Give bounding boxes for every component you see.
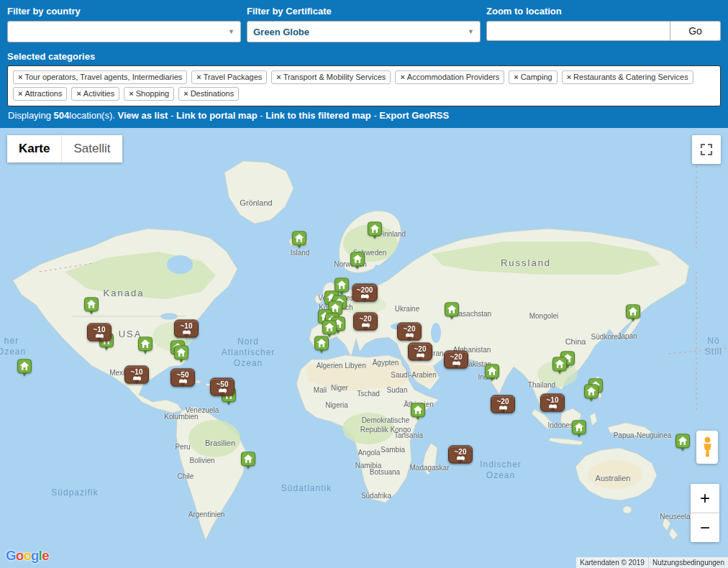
map-canvas[interactable]: GrönlandIslandNorwegenSchwedenFinnlandRu… bbox=[0, 128, 728, 568]
house-marker[interactable] bbox=[84, 297, 99, 314]
map-label: Botsuana bbox=[370, 468, 400, 477]
map-label: Venezuela bbox=[186, 406, 219, 416]
remove-chip-icon[interactable]: × bbox=[18, 89, 22, 98]
street-view-pegman[interactable] bbox=[696, 431, 718, 464]
category-chip[interactable]: ×Attractions bbox=[13, 87, 67, 101]
house-marker[interactable] bbox=[241, 452, 255, 469]
status-link[interactable]: Link to this filtered map bbox=[265, 110, 371, 121]
cluster-marker[interactable]: ~50 bbox=[210, 378, 235, 396]
cluster-marker[interactable]: ~20 bbox=[491, 395, 515, 413]
map-label: Südatlantik bbox=[281, 483, 332, 494]
map-label: Algerien bbox=[317, 362, 343, 371]
category-chip[interactable]: ×Travel Packages bbox=[191, 70, 267, 84]
zoom-location-input[interactable] bbox=[486, 21, 670, 41]
zoom-control: + − bbox=[691, 484, 719, 542]
map-type-satellite-button[interactable]: Satellit bbox=[61, 135, 122, 162]
cluster-marker[interactable]: ~200 bbox=[352, 284, 378, 302]
fullscreen-button[interactable] bbox=[692, 135, 721, 164]
house-marker[interactable] bbox=[322, 320, 337, 337]
cluster-dots-icon bbox=[178, 331, 194, 335]
house-marker[interactable] bbox=[17, 359, 32, 376]
cluster-marker[interactable]: ~20 bbox=[353, 313, 378, 331]
map-label: Demokratische Republik Kongo bbox=[360, 416, 411, 434]
map-label: Finnland bbox=[378, 230, 406, 239]
chevron-down-icon: ▼ bbox=[228, 28, 235, 35]
map-label: Südkorea bbox=[591, 333, 622, 342]
google-logo[interactable]: Google bbox=[6, 548, 48, 564]
map-label: Saudi-Arabien bbox=[391, 371, 436, 380]
remove-chip-icon[interactable]: × bbox=[400, 73, 404, 81]
map-label: Chile bbox=[178, 472, 194, 482]
cluster-marker[interactable]: ~10 bbox=[540, 394, 565, 412]
cluster-count-label: ~20 bbox=[412, 345, 428, 353]
status-link[interactable]: View as list bbox=[118, 110, 168, 121]
remove-chip-icon[interactable]: × bbox=[129, 89, 133, 98]
status-link[interactable]: Export GeoRSS bbox=[379, 110, 449, 121]
house-marker[interactable] bbox=[292, 231, 306, 248]
cluster-dots-icon bbox=[452, 457, 468, 461]
map-label: Grönland bbox=[240, 198, 272, 209]
map-label: Island bbox=[291, 249, 310, 258]
map-label: Japan bbox=[617, 332, 637, 342]
cluster-count-label: ~10 bbox=[545, 396, 560, 404]
map-label: China bbox=[565, 337, 586, 347]
map-label: Libyen bbox=[345, 362, 365, 371]
chevron-down-icon: ▼ bbox=[468, 28, 474, 35]
category-chip[interactable]: ×Camping bbox=[509, 70, 557, 84]
house-marker[interactable] bbox=[138, 336, 153, 354]
cluster-marker[interactable]: ~20 bbox=[408, 343, 432, 361]
go-button[interactable]: Go bbox=[670, 21, 721, 41]
map-label: Sudan bbox=[387, 386, 408, 395]
category-chip[interactable]: ×Accommodation Providers bbox=[395, 70, 504, 84]
house-marker[interactable] bbox=[174, 345, 188, 362]
certificate-select[interactable]: Green Globe ▼ bbox=[247, 21, 481, 42]
map-type-control: Karte Satellit bbox=[7, 135, 122, 162]
remove-chip-icon[interactable]: × bbox=[514, 73, 518, 81]
house-marker[interactable] bbox=[572, 420, 586, 437]
zoom-out-button[interactable]: − bbox=[691, 513, 719, 542]
map-label: Kasachstan bbox=[454, 310, 491, 319]
house-marker[interactable] bbox=[350, 252, 365, 269]
house-marker[interactable] bbox=[445, 302, 459, 319]
cluster-marker[interactable]: ~10 bbox=[87, 324, 112, 342]
cluster-marker[interactable]: ~20 bbox=[448, 446, 473, 464]
pegman-icon bbox=[702, 436, 713, 458]
cluster-marker[interactable]: ~50 bbox=[170, 369, 195, 387]
house-marker[interactable] bbox=[314, 336, 329, 353]
map-label: Tschad bbox=[357, 390, 380, 399]
remove-chip-icon[interactable]: × bbox=[18, 73, 22, 81]
remove-chip-icon[interactable]: × bbox=[183, 89, 188, 98]
category-chip[interactable]: ×Restaurants & Catering Services bbox=[562, 70, 693, 84]
remove-chip-icon[interactable]: × bbox=[567, 73, 571, 81]
cluster-marker[interactable]: ~10 bbox=[124, 366, 149, 384]
house-marker[interactable] bbox=[411, 403, 425, 420]
cluster-count-label: ~20 bbox=[495, 398, 511, 406]
house-marker[interactable] bbox=[485, 364, 499, 381]
house-marker[interactable] bbox=[584, 384, 599, 401]
country-select[interactable]: ▼ bbox=[7, 21, 241, 42]
house-marker[interactable] bbox=[552, 357, 567, 374]
cluster-marker[interactable]: ~10 bbox=[174, 320, 199, 338]
category-chip[interactable]: ×Transport & Mobility Services bbox=[271, 70, 391, 84]
remove-chip-icon[interactable]: × bbox=[196, 73, 201, 81]
map-label: Bolivien bbox=[189, 457, 214, 466]
cluster-count-label: ~20 bbox=[358, 315, 373, 323]
remove-chip-icon[interactable]: × bbox=[276, 73, 281, 81]
map-type-map-button[interactable]: Karte bbox=[7, 135, 61, 162]
house-marker[interactable] bbox=[626, 304, 640, 321]
house-marker[interactable] bbox=[368, 221, 382, 239]
category-chip[interactable]: ×Shopping bbox=[124, 87, 174, 101]
cluster-marker[interactable]: ~20 bbox=[444, 351, 468, 369]
terms-link[interactable]: Nutzungsbedingungen bbox=[648, 557, 728, 568]
zoom-in-button[interactable]: + bbox=[691, 484, 719, 513]
house-marker[interactable] bbox=[675, 434, 690, 451]
category-chip[interactable]: ×Destinations bbox=[178, 87, 239, 101]
category-chip[interactable]: ×Activities bbox=[71, 87, 119, 101]
status-link[interactable]: Link to portal map bbox=[176, 110, 258, 121]
map-label: Iran bbox=[431, 349, 443, 359]
map-label: Australien bbox=[596, 474, 631, 484]
cluster-marker[interactable]: ~20 bbox=[397, 323, 422, 341]
remove-chip-icon[interactable]: × bbox=[76, 89, 81, 98]
cluster-dots-icon bbox=[357, 295, 373, 299]
category-chip[interactable]: ×Tour operators, Travel agents, Intermed… bbox=[13, 70, 187, 84]
